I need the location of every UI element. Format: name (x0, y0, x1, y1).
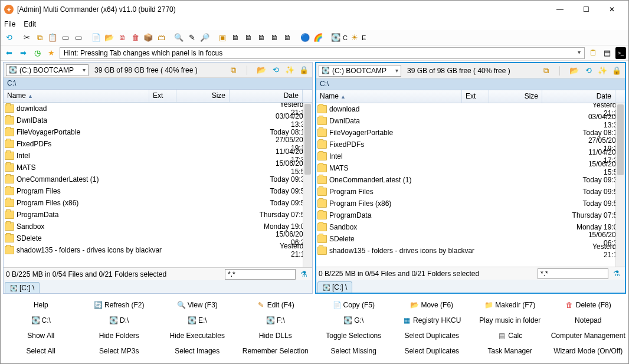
select-icon[interactable]: ▭ (60, 32, 71, 44)
lock-icon[interactable]: 🔒 (298, 64, 310, 76)
tool-icon-3[interactable]: 🗎 (116, 32, 128, 44)
tool-icon-2[interactable]: 📂 (103, 32, 115, 44)
command-button[interactable]: Select MP3s (81, 345, 158, 358)
history-icon[interactable]: ◷ (31, 47, 43, 59)
pack-icon[interactable]: 📦 (142, 32, 154, 44)
menu-edit[interactable]: Edit (24, 20, 36, 28)
command-button[interactable]: Toggle Selections (315, 329, 392, 342)
header-ext[interactable]: Ext (149, 90, 176, 102)
command-button[interactable]: 📄Copy (F5) (315, 299, 392, 311)
header-name[interactable]: Name▲ (4, 90, 149, 102)
lock-icon[interactable]: 🔒 (611, 65, 623, 77)
forward-icon[interactable]: ➡ (17, 47, 29, 59)
doc-icon-2[interactable]: 🗎 (243, 32, 254, 44)
panel-tab[interactable]: 💽[C:] \ (5, 282, 40, 293)
copy-path-icon[interactable]: ⧉ (540, 65, 552, 77)
scroll-thumb[interactable] (617, 104, 624, 175)
command-button[interactable]: Select Images (159, 345, 235, 358)
command-button[interactable]: 🔄Refresh (F2) (81, 299, 158, 311)
deselect-icon[interactable]: ▭ (73, 32, 84, 44)
command-button[interactable]: Select All (2, 345, 79, 358)
address-hint[interactable]: Hint: Pressing Tab changes which panel i… (60, 47, 585, 59)
command-button[interactable]: ▤Calc (471, 329, 548, 342)
tool-icon[interactable]: 📄 (90, 32, 102, 44)
file-list[interactable]: downloadYesterday 21:15DwnlData03/04/202… (316, 103, 625, 267)
doc-icon-4[interactable]: 🗎 (268, 32, 280, 44)
command-button[interactable]: 📁Makedir (F7) (471, 299, 548, 311)
file-row[interactable]: shadow135 - folders - drives icons by bl… (316, 245, 625, 257)
header-size[interactable]: Size (176, 90, 230, 102)
doc-icon-3[interactable]: 🗎 (255, 32, 267, 44)
scroll-thumb[interactable] (304, 104, 311, 175)
command-button[interactable]: 🔍View (F3) (159, 299, 235, 311)
notepad-icon[interactable]: 🗒 (587, 47, 599, 59)
command-button[interactable]: Computer Management (550, 329, 627, 342)
file-row[interactable]: Program Files (x86)Today 09:55 (4, 197, 312, 209)
header-size[interactable]: Size (489, 90, 542, 103)
filter-icon[interactable]: ⚗ (611, 268, 623, 280)
command-button[interactable]: Help (2, 299, 79, 311)
command-button[interactable]: Notepad (550, 314, 627, 327)
header-ext[interactable]: Ext (462, 90, 489, 103)
file-row[interactable]: OneCommanderLatest (1)Today 09:34 (316, 174, 625, 186)
file-row[interactable]: shadow135 - folders - drives icons by bl… (4, 244, 312, 256)
reload-icon[interactable]: ⟲ (270, 64, 281, 76)
search-icon[interactable]: 🔎 (199, 32, 211, 44)
file-row[interactable]: Program Files (x86)Today 09:55 (316, 198, 625, 209)
scrollbar[interactable] (303, 103, 312, 267)
file-row[interactable]: ProgramDataThursday 07:55 (316, 209, 625, 221)
color-icon[interactable]: 🔵 (299, 32, 311, 44)
command-button[interactable]: Remember Selection (237, 345, 314, 358)
command-button[interactable]: ▦Registry HKCU (394, 314, 470, 327)
edit-icon[interactable]: ✎ (186, 32, 198, 44)
command-button[interactable]: 💽G:\ (315, 314, 392, 327)
file-row[interactable]: Program FilesToday 09:54 (316, 186, 625, 198)
favorite-icon[interactable]: ★ (45, 47, 57, 59)
view-icon[interactable]: 🔍 (173, 32, 185, 44)
up-icon[interactable]: 📂 (255, 64, 267, 76)
doc-icon[interactable]: 🗎 (230, 32, 241, 44)
drive-selector[interactable]: 💽(C:) BOOTCAMP▾ (6, 64, 89, 76)
unpack-icon[interactable]: 🗃 (155, 32, 167, 44)
path-bar[interactable]: C:\ (4, 78, 312, 90)
file-row[interactable]: ProgramDataThursday 07:55 (4, 209, 312, 221)
list-icon[interactable]: ▤ (601, 47, 613, 59)
file-row[interactable]: DwnlData03/04/2021 13:37 (316, 115, 625, 127)
drive-c-icon[interactable]: 💽 (330, 32, 342, 44)
command-button[interactable]: Select Duplicates (394, 345, 470, 358)
command-button[interactable]: 💽D:\ (81, 314, 158, 327)
close-button[interactable]: ✕ (599, 1, 625, 18)
command-button[interactable]: Hide Executables (159, 329, 235, 342)
command-button[interactable]: Hide Folders (81, 329, 158, 342)
filter-icon[interactable]: ⚗ (298, 268, 310, 280)
minimize-button[interactable]: — (547, 1, 573, 18)
file-row[interactable]: OneCommanderLatest (1)Today 09:34 (4, 173, 312, 185)
wand-icon[interactable]: ✨ (284, 64, 296, 76)
rainbow-icon[interactable]: 🌈 (312, 32, 324, 44)
copy-path-icon[interactable]: ⧉ (227, 64, 239, 76)
cut-icon[interactable]: ✂ (21, 32, 32, 44)
header-date[interactable]: Date (230, 90, 303, 102)
command-button[interactable]: Play music in folder (471, 314, 548, 327)
command-button[interactable]: 🗑Delete (F8) (550, 299, 627, 311)
doc-icon-5[interactable]: 🗎 (281, 32, 293, 44)
file-row[interactable]: MATS15/06/2021 15:55 (4, 162, 312, 173)
panel-tab[interactable]: 💽[C:] \ (317, 281, 352, 293)
command-button[interactable]: Select Missing (315, 345, 392, 358)
maximize-button[interactable]: ☐ (573, 1, 599, 18)
menu-file[interactable]: File (4, 20, 15, 28)
wand-icon[interactable]: ✨ (597, 65, 608, 77)
command-button[interactable]: ✎Edit (F4) (237, 299, 314, 311)
command-button[interactable]: Show All (2, 329, 79, 342)
command-button[interactable]: 💽C:\ (2, 314, 79, 327)
path-bar[interactable]: C:\ (316, 78, 625, 90)
drive-e-icon[interactable]: ☀ (349, 32, 361, 44)
file-row[interactable]: DwnlData03/04/2021 13:37 (4, 114, 312, 126)
command-button[interactable]: 📂Move (F6) (394, 299, 470, 311)
filter-input[interactable] (538, 268, 608, 279)
drive-e-letter[interactable]: E (362, 34, 366, 41)
command-button[interactable]: Hide DLLs (237, 329, 314, 342)
command-button[interactable]: 💽F:\ (237, 314, 314, 327)
header-date[interactable]: Date (542, 90, 615, 103)
filter-input[interactable] (225, 269, 296, 280)
